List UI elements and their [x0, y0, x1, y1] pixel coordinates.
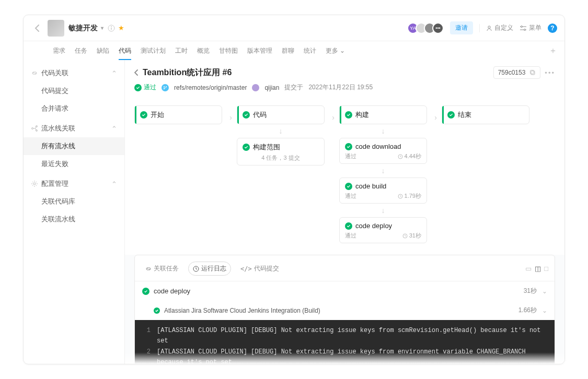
- nav-tab-5[interactable]: 工时: [175, 42, 188, 60]
- branch-icon: [162, 84, 169, 91]
- task-status: 通过: [345, 192, 356, 200]
- project-title[interactable]: 敏捷开发 ▾: [68, 23, 103, 33]
- code-icon: </>: [240, 265, 252, 273]
- task-status: 通过: [345, 232, 356, 240]
- stage-header[interactable]: 代码›: [237, 105, 325, 124]
- committed-at-label: 提交于: [284, 83, 303, 92]
- nav-tab-9[interactable]: 群聊: [282, 42, 294, 60]
- clock-icon: [398, 194, 403, 199]
- nav-tab-more[interactable]: 更多 ⌄: [326, 42, 345, 60]
- divider: [479, 24, 480, 32]
- tab-related-tasks[interactable]: 关联任务: [141, 262, 183, 275]
- sliders-icon: [520, 25, 527, 31]
- stage-title: 开始: [151, 110, 164, 120]
- line-text: [ATLASSIAN CLOUD PLUGIN] [DEBUG] Not ext…: [157, 325, 548, 347]
- member-avatars[interactable]: YA•••: [410, 22, 444, 34]
- flow-icon: [31, 125, 38, 132]
- nav-tab-4[interactable]: 测试计划: [141, 42, 166, 60]
- pipeline-task-card[interactable]: code download通过4.44秒: [339, 138, 427, 164]
- project-title-text: 敏捷开发: [68, 23, 98, 33]
- view-split-icon[interactable]: ◫: [535, 265, 541, 273]
- sidebar-group-2[interactable]: 配置管理⌃: [24, 175, 124, 193]
- committed-at: 2022年11月22日 19:55: [308, 83, 373, 92]
- committer-name[interactable]: qijian: [264, 84, 279, 91]
- sidebar-group-title: 代码关联: [41, 68, 68, 78]
- menu-link[interactable]: 菜单: [520, 23, 541, 32]
- nav-tab-3[interactable]: 代码: [119, 42, 131, 60]
- task-duration: 4.44秒: [398, 152, 421, 160]
- more-actions-icon[interactable]: •••: [545, 69, 555, 77]
- task-status: 通过: [345, 152, 356, 160]
- pipeline-task-card[interactable]: code build通过1.79秒: [339, 177, 427, 204]
- pipeline-stage: 开始›: [134, 105, 222, 124]
- view-collapsed-icon[interactable]: ▭: [525, 265, 532, 273]
- nav-tab-6[interactable]: 概览: [197, 42, 210, 60]
- nav-tab-1[interactable]: 任务: [75, 42, 87, 60]
- sidebar-group-1[interactable]: 流水线关联⌃: [24, 120, 124, 137]
- sidebar-item[interactable]: 最近失败: [24, 155, 124, 173]
- arrow-right-icon: ›: [434, 113, 437, 122]
- project-thumbnail[interactable]: [48, 20, 64, 37]
- sidebar-group-0[interactable]: 代码关联⌃: [24, 64, 124, 82]
- sidebar-item[interactable]: 关联流水线: [24, 210, 124, 228]
- chevron-down-icon: ⌄: [542, 288, 547, 295]
- svg-rect-2: [111, 28, 111, 30]
- chevron-up-icon: ⌃: [111, 69, 117, 77]
- svg-point-12: [164, 86, 165, 87]
- task-title: 构建范围: [253, 143, 280, 152]
- stage-title: 代码: [253, 110, 267, 120]
- check-circle-icon: [345, 143, 352, 150]
- log-step-row[interactable]: Atlassian Jira Software Cloud Jenkins In…: [135, 301, 555, 320]
- nav-tab-8[interactable]: 版本管理: [247, 42, 272, 60]
- pipeline-task-card[interactable]: code deploy通过31秒: [339, 217, 427, 243]
- star-icon[interactable]: ★: [118, 24, 124, 32]
- tab-code-commit[interactable]: </> 代码提交: [236, 262, 283, 275]
- arrow-down-icon: ↓: [339, 209, 427, 212]
- topbar: 敏捷开发 ▾ ★ YA••• 邀请 自定义 菜单 ?: [24, 15, 564, 41]
- pipeline-task-card[interactable]: 构建范围4 任务，3 提交: [237, 138, 325, 165]
- sidebar-item[interactable]: 代码提交: [24, 82, 124, 100]
- arrow-right-icon: ›: [229, 113, 232, 122]
- chevron-down-icon: ⌄: [542, 307, 547, 314]
- task-title: code download: [355, 143, 401, 150]
- add-tab-button[interactable]: ＋: [549, 45, 557, 56]
- check-circle-icon: [243, 111, 250, 119]
- commit-hash[interactable]: 759c0153: [493, 66, 541, 79]
- nav-tab-10[interactable]: 统计: [304, 42, 316, 60]
- chevron-up-icon: ⌃: [111, 180, 117, 188]
- log-stage-title: code deploy: [154, 287, 190, 295]
- stage-header[interactable]: 开始›: [134, 105, 222, 124]
- sidebar-item[interactable]: 合并请求: [24, 100, 124, 117]
- sidebar-item[interactable]: 所有流水线: [24, 137, 124, 155]
- avatar[interactable]: •••: [432, 22, 444, 34]
- svg-point-6: [32, 128, 33, 129]
- svg-point-1: [111, 26, 112, 27]
- task-title: code deploy: [355, 222, 392, 230]
- breadcrumb-back-icon[interactable]: [134, 69, 139, 76]
- line-number: 2: [141, 347, 151, 364]
- log-stage-row[interactable]: code deploy 31秒 ⌄: [135, 281, 555, 301]
- view-full-icon[interactable]: □: [544, 265, 548, 273]
- help-icon[interactable]: ?: [548, 23, 557, 33]
- nav-tab-7[interactable]: 甘特图: [219, 42, 238, 60]
- line-number: 1: [141, 325, 151, 347]
- customize-link[interactable]: 自定义: [486, 23, 513, 32]
- info-icon[interactable]: [108, 25, 115, 32]
- log-step-time: 1.66秒: [518, 306, 537, 315]
- console-line: 2[ATLASSIAN CLOUD PLUGIN] [DEBUG] Not ex…: [141, 347, 548, 364]
- nav-tab-2[interactable]: 缺陷: [97, 42, 109, 60]
- stage-header[interactable]: 构建›: [339, 105, 427, 124]
- tab-run-log[interactable]: 运行日志: [188, 262, 231, 276]
- stage-header[interactable]: 结束: [442, 105, 529, 124]
- back-button[interactable]: [31, 22, 43, 34]
- status-badge: 通过: [134, 83, 156, 92]
- svg-point-5: [524, 29, 526, 30]
- sidebar-item[interactable]: 关联代码库: [24, 193, 124, 210]
- console-output: 1[ATLASSIAN CLOUD PLUGIN] [DEBUG] Not ex…: [135, 320, 555, 364]
- task-subtitle: 4 任务，3 提交: [261, 154, 299, 162]
- invite-button[interactable]: 邀请: [450, 21, 473, 34]
- copy-icon[interactable]: [529, 69, 536, 76]
- nav-tab-0[interactable]: 需求: [53, 42, 65, 60]
- branch-name[interactable]: refs/remotes/origin/master: [174, 84, 247, 91]
- check-circle-icon: [140, 111, 147, 119]
